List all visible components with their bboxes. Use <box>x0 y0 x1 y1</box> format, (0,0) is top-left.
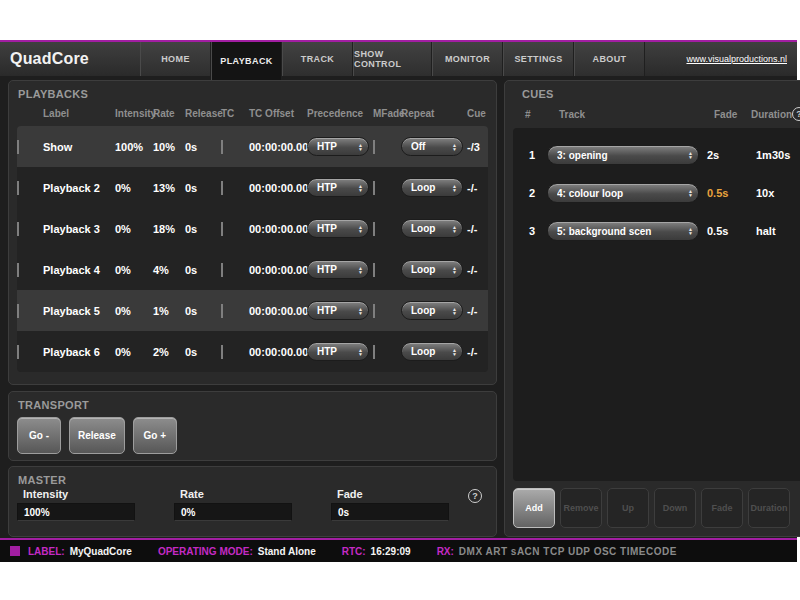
cue-duration-value[interactable]: 1m30s <box>756 149 800 161</box>
intensity-value[interactable]: 0% <box>115 305 153 317</box>
flash-checkbox[interactable] <box>17 222 19 236</box>
up-button[interactable]: Up <box>607 488 649 528</box>
mfade-checkbox[interactable] <box>373 181 375 195</box>
cue-value[interactable]: -/- <box>467 223 488 235</box>
flash-checkbox[interactable] <box>17 304 19 318</box>
website-link[interactable]: www.visualproductions.nl <box>686 42 787 76</box>
cue-duration-value[interactable]: halt <box>756 225 800 237</box>
tab-show-control[interactable]: SHOW CONTROL <box>353 42 432 76</box>
repeat-dropdown[interactable]: Off▲▼ <box>401 137 463 156</box>
master-intensity-input[interactable]: 100% <box>17 503 135 521</box>
precedence-dropdown[interactable]: HTP▲▼ <box>307 178 369 197</box>
intensity-value[interactable]: 0% <box>115 264 153 276</box>
release-button[interactable]: Release <box>69 417 125 454</box>
playback-label[interactable]: Playback 3 <box>43 223 115 235</box>
tc-checkbox[interactable] <box>221 140 223 154</box>
tab-track[interactable]: TRACK <box>282 42 353 76</box>
release-value[interactable]: 0s <box>185 182 221 194</box>
precedence-dropdown[interactable]: HTP▲▼ <box>307 342 369 361</box>
tc-offset-field[interactable]: 00:00:00.00 <box>249 305 307 317</box>
mfade-checkbox[interactable] <box>373 222 375 236</box>
fade-button[interactable]: Fade <box>701 488 743 528</box>
mfade-checkbox[interactable] <box>373 345 375 359</box>
cue-duration-value[interactable]: 10x <box>756 187 800 199</box>
rate-value[interactable]: 18% <box>153 223 185 235</box>
precedence-dropdown[interactable]: HTP▲▼ <box>307 219 369 238</box>
precedence-dropdown[interactable]: HTP▲▼ <box>307 301 369 320</box>
master-fade-input[interactable]: 0s <box>331 503 449 521</box>
repeat-dropdown[interactable]: Loop▲▼ <box>401 178 463 197</box>
tc-checkbox[interactable] <box>221 345 223 359</box>
release-value[interactable]: 0s <box>185 346 221 358</box>
go-minus-button[interactable]: Go - <box>17 417 61 454</box>
tab-settings[interactable]: SETTINGS <box>503 42 574 76</box>
remove-button[interactable]: Remove <box>560 488 602 528</box>
release-value[interactable]: 0s <box>185 264 221 276</box>
tc-offset-field[interactable]: 00:00:00.00 <box>249 141 307 153</box>
tc-offset-field[interactable]: 00:00:00.00 <box>249 223 307 235</box>
tab-playback[interactable]: PLAYBACK <box>211 42 282 80</box>
duration-button[interactable]: Duration <box>748 488 790 528</box>
intensity-value[interactable]: 100% <box>115 141 153 153</box>
precedence-dropdown[interactable]: HTP▲▼ <box>307 260 369 279</box>
rate-value[interactable]: 1% <box>153 305 185 317</box>
rate-value[interactable]: 13% <box>153 182 185 194</box>
flash-checkbox[interactable] <box>17 181 19 195</box>
tab-home[interactable]: HOME <box>140 42 211 76</box>
tc-checkbox[interactable] <box>221 263 223 277</box>
cue-value[interactable]: -/- <box>467 305 488 317</box>
cue-value[interactable]: -/3 <box>467 141 488 153</box>
playback-label[interactable]: Playback 6 <box>43 346 115 358</box>
playback-label[interactable]: Show <box>43 141 115 153</box>
repeat-dropdown[interactable]: Loop▲▼ <box>401 219 463 238</box>
tc-offset-field[interactable]: 00:00:00.00 <box>249 264 307 276</box>
stepper-icon: ▲▼ <box>452 225 457 233</box>
track-dropdown[interactable]: 5: background scen▲▼ <box>547 221 699 241</box>
go-plus-button[interactable]: Go + <box>133 417 177 454</box>
repeat-dropdown[interactable]: Loop▲▼ <box>401 301 463 320</box>
track-dropdown[interactable]: 4: colour loop▲▼ <box>547 183 699 203</box>
rate-value[interactable]: 4% <box>153 264 185 276</box>
tc-offset-field[interactable]: 00:00:00.00 <box>249 182 307 194</box>
intensity-value[interactable]: 0% <box>115 346 153 358</box>
mfade-checkbox[interactable] <box>373 140 375 154</box>
intensity-value[interactable]: 0% <box>115 182 153 194</box>
release-value[interactable]: 0s <box>185 305 221 317</box>
cue-value[interactable]: -/- <box>467 264 488 276</box>
master-rate-input[interactable]: 0% <box>174 503 292 521</box>
tc-checkbox[interactable] <box>221 222 223 236</box>
playback-label[interactable]: Playback 2 <box>43 182 115 194</box>
playback-label[interactable]: Playback 5 <box>43 305 115 317</box>
cue-value[interactable]: -/- <box>467 182 488 194</box>
track-dropdown[interactable]: 3: opening▲▼ <box>547 145 699 165</box>
playback-row-5: Playback 5 0% 1% 0s 00:00:00.00 HTP▲▼ Lo… <box>17 290 488 331</box>
tab-about[interactable]: ABOUT <box>574 42 645 76</box>
flash-checkbox[interactable] <box>17 345 19 359</box>
tab-monitor[interactable]: MONITOR <box>432 42 503 76</box>
release-value[interactable]: 0s <box>185 141 221 153</box>
master-help-icon[interactable]: ? <box>468 489 482 503</box>
mfade-checkbox[interactable] <box>373 263 375 277</box>
repeat-dropdown[interactable]: Loop▲▼ <box>401 342 463 361</box>
mfade-checkbox[interactable] <box>373 304 375 318</box>
cue-fade-value[interactable]: 0.5s <box>707 187 756 199</box>
flash-checkbox[interactable] <box>17 263 19 277</box>
precedence-dropdown[interactable]: HTP▲▼ <box>307 137 369 156</box>
down-button[interactable]: Down <box>654 488 696 528</box>
tc-offset-field[interactable]: 00:00:00.00 <box>249 346 307 358</box>
cue-fade-value[interactable]: 2s <box>707 149 756 161</box>
tc-checkbox[interactable] <box>221 304 223 318</box>
release-value[interactable]: 0s <box>185 223 221 235</box>
rate-value[interactable]: 2% <box>153 346 185 358</box>
playback-row-1: Show 100% 10% 0s 00:00:00.00 HTP▲▼ Off▲▼… <box>17 126 488 167</box>
cues-help-icon[interactable]: ? <box>792 107 800 121</box>
playback-label[interactable]: Playback 4 <box>43 264 115 276</box>
rate-value[interactable]: 10% <box>153 141 185 153</box>
tc-checkbox[interactable] <box>221 181 223 195</box>
flash-checkbox[interactable] <box>17 140 19 154</box>
cue-fade-value[interactable]: 0.5s <box>707 225 756 237</box>
repeat-dropdown[interactable]: Loop▲▼ <box>401 260 463 279</box>
add-button[interactable]: Add <box>513 488 555 528</box>
cue-value[interactable]: -/- <box>467 346 488 358</box>
intensity-value[interactable]: 0% <box>115 223 153 235</box>
